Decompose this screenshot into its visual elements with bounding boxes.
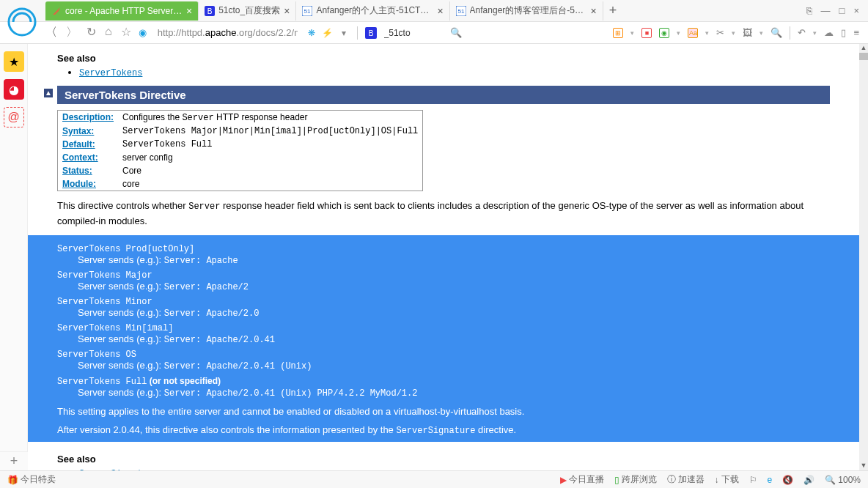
close-icon[interactable]: × bbox=[186, 5, 192, 17]
home-icon[interactable]: ⌂ bbox=[105, 25, 112, 40]
close-icon[interactable]: × bbox=[591, 5, 597, 17]
svg-text:B: B bbox=[207, 7, 213, 15]
gift-icon: 🎁 bbox=[7, 475, 18, 485]
variant-dt: ServerTokens Full (or not specified) bbox=[57, 376, 839, 387]
ie-icon[interactable]: e bbox=[768, 475, 773, 485]
row-key[interactable]: Module: bbox=[58, 177, 119, 191]
bottom-item[interactable]: ▯跨屏浏览 bbox=[614, 473, 657, 486]
row-val: Configures the bbox=[122, 112, 182, 122]
grid-icon[interactable]: ⊞ bbox=[613, 28, 623, 38]
tab-add-button[interactable]: + bbox=[603, 3, 623, 18]
download-icon: ↓ bbox=[715, 475, 719, 485]
maximize-icon[interactable]: □ bbox=[839, 5, 845, 16]
search-input[interactable] bbox=[384, 26, 443, 40]
zoom-icon[interactable]: 🔍 bbox=[770, 27, 782, 38]
tab-label: core - Apache HTTP Server Ver bbox=[65, 6, 183, 16]
variant-dt: ServerTokens Major bbox=[57, 270, 839, 281]
close-icon[interactable]: × bbox=[437, 5, 443, 17]
capture-icon[interactable]: ✂ bbox=[716, 27, 724, 38]
email-icon[interactable]: @ bbox=[4, 107, 24, 127]
mobile-icon[interactable]: ▯ bbox=[841, 27, 846, 38]
svg-text:51: 51 bbox=[457, 8, 464, 15]
add-sidebar-icon[interactable]: + bbox=[0, 451, 28, 470]
undock-icon[interactable]: ⎘ bbox=[806, 5, 812, 16]
window-close-icon[interactable]: × bbox=[853, 5, 859, 16]
tab-0[interactable]: core - Apache HTTP Server Ver × bbox=[45, 1, 199, 21]
baidu-search-icon: B bbox=[365, 27, 377, 39]
undo-icon[interactable]: ↶ bbox=[798, 27, 806, 38]
url-host: apache bbox=[205, 27, 237, 38]
flash-icon[interactable]: ⚡ bbox=[322, 27, 334, 39]
highlighted-selection: ServerTokens Prod[uctOnly]Server sends (… bbox=[28, 235, 859, 442]
variant-dd: Server sends (e.g.): Server: Apache/2.0.… bbox=[78, 387, 839, 399]
mobile-icon: ▯ bbox=[614, 475, 619, 485]
bottom-item[interactable]: ↓下载 bbox=[715, 473, 739, 486]
mute-icon[interactable]: 🔇 bbox=[782, 475, 793, 485]
tab-label: 51cto_百度搜索 bbox=[218, 4, 280, 17]
variant-dt: ServerTokens OS bbox=[57, 350, 839, 360]
menu-icon[interactable]: ≡ bbox=[853, 27, 859, 38]
directive-description: This directive controls whether Server r… bbox=[57, 199, 830, 229]
row-val: ServerTokens Full bbox=[118, 138, 423, 151]
tab-1[interactable]: B 51cto_百度搜索 × bbox=[199, 1, 296, 21]
back-icon[interactable]: 〈 bbox=[45, 25, 57, 40]
shield-icon[interactable]: ◉ bbox=[659, 28, 669, 38]
see-also-heading: See also bbox=[57, 454, 830, 465]
row-code: Server bbox=[182, 113, 213, 123]
scroll-down-icon[interactable]: ▼ bbox=[859, 462, 868, 470]
reload-icon[interactable]: ↻ bbox=[87, 25, 96, 40]
variant-dd: Server sends (e.g.): Server: Apache bbox=[78, 254, 839, 266]
globe-icon: ◉ bbox=[139, 27, 147, 38]
scrollbar[interactable]: ▲ ▼ bbox=[859, 44, 868, 470]
bottom-item[interactable]: ⓘ加速器 bbox=[667, 473, 705, 486]
square-icon[interactable]: ■ bbox=[641, 28, 652, 38]
minimize-icon[interactable]: ― bbox=[821, 5, 831, 16]
baidu-icon: B bbox=[205, 6, 215, 16]
row-key[interactable]: Description: bbox=[58, 111, 119, 125]
top-link-icon[interactable]: ▲ bbox=[44, 89, 53, 97]
weibo-icon[interactable]: ◕ bbox=[4, 79, 24, 100]
tab-3[interactable]: 51 Anfanger的博客管理后台-51CTO × bbox=[450, 1, 603, 21]
see-also-heading: See also bbox=[57, 53, 830, 64]
svg-text:51: 51 bbox=[304, 8, 311, 15]
favorites-icon[interactable]: ★ bbox=[4, 51, 24, 72]
aa-icon[interactable]: Aa bbox=[688, 28, 698, 38]
flag-icon[interactable]: ⚐ bbox=[749, 475, 757, 485]
dropdown-icon[interactable]: ▾ bbox=[338, 27, 350, 39]
url-text: http://httpd. bbox=[158, 27, 205, 38]
row-key[interactable]: Status: bbox=[58, 164, 119, 177]
bottom-item[interactable]: ▶今日直播 bbox=[560, 473, 604, 486]
row-val: server config bbox=[118, 151, 423, 164]
cloud-icon[interactable]: ☁ bbox=[824, 27, 834, 38]
row-key[interactable]: Syntax: bbox=[58, 125, 119, 138]
variant-dd: Server sends (e.g.): Server: Apache/2 bbox=[78, 281, 839, 292]
row-key[interactable]: Default: bbox=[58, 138, 119, 151]
tab-2[interactable]: 51 Anfanger的个人主页-51CTO技术 × bbox=[296, 1, 449, 21]
directive-heading: ServerTokens Directive bbox=[57, 86, 830, 104]
row-val: Core bbox=[118, 164, 423, 177]
sound-icon[interactable]: 🔊 bbox=[803, 475, 814, 485]
variant-dd: Server sends (e.g.): Server: Apache/2.0.… bbox=[78, 333, 839, 345]
close-icon[interactable]: × bbox=[284, 5, 290, 17]
url-input[interactable]: http://httpd.apache.org/docs/2.2/mod/cor… bbox=[154, 25, 298, 41]
compat-icon[interactable]: ❋ bbox=[306, 27, 317, 39]
search-icon[interactable]: 🔍 bbox=[450, 27, 462, 38]
row-val: HTTP response header bbox=[214, 112, 308, 122]
tab-label: Anfanger的博客管理后台-51CTO bbox=[470, 4, 587, 17]
scrollbar-thumb[interactable] bbox=[859, 53, 868, 60]
svg-text:B: B bbox=[368, 29, 373, 37]
see-also-link[interactable]: ServerTokens bbox=[79, 68, 142, 78]
variant-dt: ServerTokens Prod[uctOnly] bbox=[57, 244, 839, 254]
row-key[interactable]: Context: bbox=[58, 151, 119, 164]
browser-logo-icon bbox=[7, 7, 37, 37]
variant-dt: ServerTokens Minor bbox=[57, 297, 839, 307]
zoom-level[interactable]: 🔍100% bbox=[825, 475, 861, 485]
bottom-left-item[interactable]: 🎁今日特卖 bbox=[7, 473, 56, 486]
zoom-icon: 🔍 bbox=[825, 475, 836, 485]
image-icon[interactable]: 🖼 bbox=[743, 27, 752, 38]
note-text: This setting applies to the entire serve… bbox=[57, 406, 839, 417]
star-icon[interactable]: ☆ bbox=[121, 25, 131, 40]
tab-label: Anfanger的个人主页-51CTO技术 bbox=[316, 4, 433, 17]
forward-icon[interactable]: 〉 bbox=[66, 25, 78, 40]
scroll-up-icon[interactable]: ▲ bbox=[859, 44, 868, 53]
